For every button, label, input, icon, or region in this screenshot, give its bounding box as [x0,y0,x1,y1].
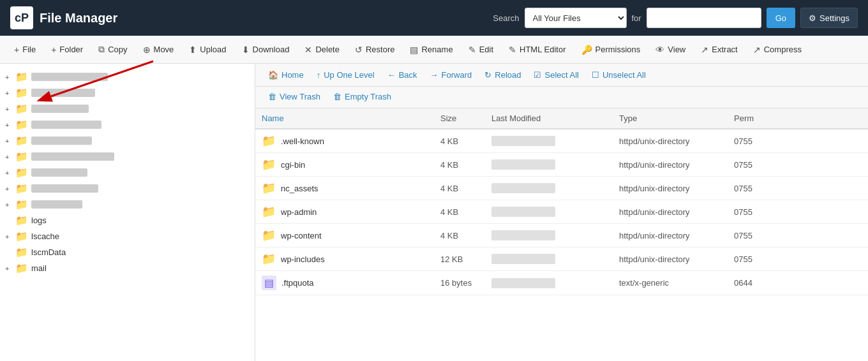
main-content: + 📁 + 📁 + 📁 + 📁 [0,64,868,361]
settings-button[interactable]: ⚙ Settings [800,8,858,28]
table-row[interactable]: 📁 .well-known 4 KB httpd/unix-directory … [255,129,868,153]
file-size-cell: 4 KB [434,153,485,177]
select-all-button[interactable]: ☑ Select All [528,68,583,82]
permissions-button[interactable]: 🔑 Permissions [575,41,647,58]
sidebar-item[interactable]: + 📁 [0,196,255,212]
expand-icon[interactable]: + [5,121,15,129]
new-folder-label: Folder [59,45,83,54]
col-size-header[interactable]: Size [434,108,485,129]
move-button[interactable]: ⊕ Move [137,41,181,58]
file-name-cell: 📁 wp-includes [255,247,434,271]
file-type-cell: httpd/unix-directory [613,153,728,177]
up-one-level-button[interactable]: ↑ Up One Level [311,68,380,82]
file-modified-cell [485,153,613,177]
file-type-cell: httpd/unix-directory [613,224,728,247]
move-icon: ⊕ [143,45,151,55]
sidebar-item[interactable]: + 📁 [0,85,255,101]
restore-button[interactable]: ↺ Restore [348,41,401,58]
forward-label: Forward [442,70,472,80]
edit-button[interactable]: ✎ Edit [462,41,500,58]
folder-icon: 📁 [262,158,276,172]
new-file-label: File [22,45,36,54]
file-modified-cell [485,129,613,153]
expand-icon[interactable]: + [5,233,15,240]
col-type-header[interactable]: Type [613,108,728,129]
col-modified-header[interactable]: Last Modified [485,108,613,129]
copy-icon: ⧉ [98,44,105,55]
reload-label: Reload [495,70,521,80]
search-input[interactable] [647,8,761,28]
expand-icon[interactable]: + [5,73,15,81]
sidebar-item[interactable]: + 📁 [0,69,255,85]
table-row[interactable]: 📁 nc_assets 4 KB httpd/unix-directory 07… [255,177,868,200]
expand-icon[interactable]: + [5,201,15,209]
upload-button[interactable]: ⬆ Upload [183,41,232,58]
sidebar-item-label [31,73,108,81]
toolbar: + File + Folder ⧉ Copy ⊕ Move ⬆ Upload ⬇… [0,36,868,64]
sidebar[interactable]: + 📁 + 📁 + 📁 + 📁 [0,64,255,361]
back-label: Back [399,70,417,80]
new-folder-button[interactable]: + Folder [45,41,89,58]
table-row[interactable]: 📁 wp-admin 4 KB httpd/unix-directory 075… [255,200,868,224]
expand-icon[interactable]: + [5,137,15,145]
table-row[interactable]: 📁 wp-content 4 KB httpd/unix-directory 0… [255,224,868,247]
forward-button[interactable]: → Forward [425,68,477,82]
sidebar-item[interactable]: + 📁 [0,117,255,133]
file-perm-cell: 0755 [728,177,868,200]
sidebar-item[interactable]: + 📁 [0,101,255,117]
compress-button[interactable]: ↗ Compress [747,41,808,58]
home-button[interactable]: 🏠 Home [263,68,309,82]
file-type-cell: httpd/unix-directory [613,177,728,200]
new-file-button[interactable]: + File [8,41,42,58]
file-size-cell: 4 KB [434,200,485,224]
table-row[interactable]: ▤ .ftpquota 16 bytes text/x-generic 0644 [255,271,868,295]
file-perm-cell: 0755 [728,200,868,224]
file-name-cell: 📁 wp-admin [255,200,434,224]
rename-button[interactable]: ▤ Rename [403,41,459,58]
empty-checkbox-icon: ☐ [592,70,599,80]
copy-button[interactable]: ⧉ Copy [92,41,133,58]
sidebar-item-logs[interactable]: 📁 logs [0,212,255,228]
sidebar-item-lscmdata[interactable]: 📁 lscmData [0,244,255,260]
up-icon: ↑ [317,70,321,80]
sidebar-item[interactable]: + 📁 [0,133,255,149]
file-name: wp-content [281,231,322,240]
home-icon: 🏠 [268,70,278,80]
view-trash-button[interactable]: 🗑 View Trash [263,89,326,104]
back-button[interactable]: ← Back [382,68,423,82]
sidebar-item-mail[interactable]: + 📁 mail [0,260,255,276]
file-table[interactable]: Name Size Last Modified Type Perm 📁 .wel… [255,108,868,361]
modified-date-blurred [491,207,555,217]
restore-icon: ↺ [355,45,363,55]
table-row[interactable]: 📁 wp-includes 12 KB httpd/unix-directory… [255,247,868,271]
reload-button[interactable]: ↻ Reload [479,68,526,82]
unselect-all-label: Unselect All [602,70,646,80]
col-name-header[interactable]: Name [255,108,434,129]
search-go-button[interactable]: Go [767,8,795,28]
sidebar-item[interactable]: + 📁 [0,165,255,180]
extract-button[interactable]: ↗ Extract [694,41,744,58]
delete-button[interactable]: ✕ Delete [298,41,346,58]
sidebar-item-lscache[interactable]: + 📁 lscache [0,228,255,244]
sidebar-item[interactable]: + 📁 [0,180,255,196]
expand-icon[interactable]: + [5,169,15,177]
file-size-cell: 4 KB [434,177,485,200]
search-scope-select[interactable]: All Your Files [525,8,627,28]
table-row[interactable]: 📁 cgi-bin 4 KB httpd/unix-directory 0755 [255,153,868,177]
expand-icon[interactable]: + [5,105,15,113]
unselect-all-button[interactable]: ☐ Unselect All [587,68,651,82]
col-perm-header[interactable]: Perm [728,108,868,129]
view-button[interactable]: 👁 View [649,41,692,58]
sidebar-item-label [31,136,92,145]
empty-trash-button[interactable]: 🗑 Empty Trash [328,89,396,104]
folder-icon: 📁 [15,198,28,210]
download-button[interactable]: ⬇ Download [236,41,296,58]
expand-icon[interactable]: + [5,153,15,161]
expand-icon[interactable]: + [5,265,15,272]
expand-icon[interactable]: + [5,185,15,193]
trash-icon: 🗑 [333,92,341,101]
sidebar-item[interactable]: + 📁 [0,149,255,165]
expand-icon[interactable]: + [5,89,15,97]
html-editor-label: HTML Editor [520,45,565,54]
html-editor-button[interactable]: ✎ HTML Editor [502,41,572,58]
